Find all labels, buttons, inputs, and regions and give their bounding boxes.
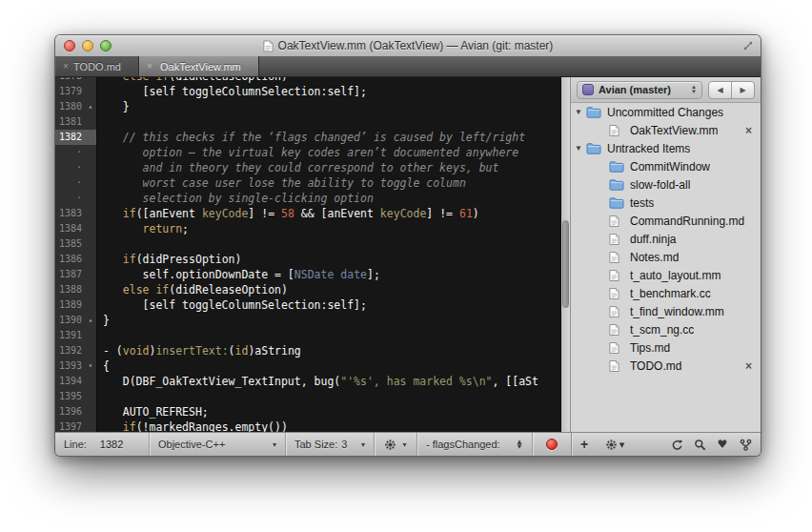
- back-button[interactable]: ◀: [708, 81, 732, 99]
- line-number[interactable]: 1388: [55, 282, 85, 297]
- code-text[interactable]: selection by single-clicking option: [97, 191, 560, 206]
- fold-marker-icon[interactable]: ▴: [85, 313, 97, 328]
- sidebar-item-Tips.md[interactable]: Tips.md: [571, 338, 761, 357]
- line-number[interactable]: ·: [55, 145, 85, 160]
- line-number[interactable]: 1380: [55, 99, 85, 114]
- tab-close-icon[interactable]: ×: [147, 61, 158, 72]
- code-text[interactable]: and in theory they could correspond to o…: [97, 160, 560, 175]
- tab-label: OakTextView.mm: [158, 61, 251, 72]
- forward-button[interactable]: ▶: [731, 81, 755, 99]
- code-text[interactable]: [self toggleColumnSelection:self];: [97, 84, 560, 99]
- close-file-icon[interactable]: ×: [745, 124, 752, 137]
- sidebar-item-Notes.md[interactable]: Notes.md: [571, 248, 761, 266]
- favorites-heart-icon[interactable]: ♥: [711, 433, 734, 456]
- code-text[interactable]: [self toggleColumnSelection:self];: [97, 297, 560, 313]
- zoom-button[interactable]: [100, 40, 112, 51]
- sidebar-item-t_auto_layout.mm[interactable]: t_auto_layout.mm: [571, 266, 761, 284]
- code-text[interactable]: [97, 114, 560, 130]
- line-number[interactable]: 1379: [55, 84, 85, 99]
- line-number[interactable]: 1392: [55, 343, 85, 358]
- add-item-button[interactable]: +: [572, 433, 597, 456]
- code-editor[interactable]: 1378 else if(didReleaseOption)1379 [self…: [55, 77, 560, 432]
- line-number[interactable]: 1391: [55, 328, 85, 343]
- sidebar-item-CommandRunning.md[interactable]: CommandRunning.md: [571, 212, 761, 230]
- code-text[interactable]: }: [97, 99, 560, 114]
- line-number[interactable]: 1393: [55, 358, 85, 374]
- code-text[interactable]: [97, 389, 560, 404]
- minimize-button[interactable]: [82, 40, 93, 51]
- sidebar-item-TODO.md[interactable]: TODO.md×: [571, 357, 761, 375]
- code-text[interactable]: self.optionDownDate = [NSDate date];: [97, 267, 560, 282]
- search-icon[interactable]: [688, 433, 711, 456]
- fold-marker-icon[interactable]: ▾: [85, 358, 97, 374]
- bundle-actions-popup[interactable]: ▾: [375, 433, 416, 456]
- tab-OakTextView.mm[interactable]: ×OakTextView.mm: [139, 56, 259, 76]
- code-text[interactable]: if(didPressOption): [97, 252, 560, 267]
- fold-column: [85, 419, 97, 432]
- scrollbar-thumb[interactable]: [562, 220, 569, 308]
- code-text[interactable]: else if(didReleaseOption): [97, 282, 560, 297]
- symbol-popup[interactable]: - flagsChanged: ▲▼: [417, 433, 532, 456]
- close-file-icon[interactable]: ×: [745, 359, 752, 373]
- language-popup[interactable]: Objective-C++ ▾: [150, 433, 285, 456]
- sidebar-group-Untracked Items[interactable]: ▼Untracked Items: [571, 139, 761, 157]
- line-number[interactable]: ·: [55, 175, 85, 191]
- sidebar-item-CommitWindow[interactable]: CommitWindow: [571, 157, 761, 175]
- close-button[interactable]: [64, 40, 75, 51]
- disclosure-triangle-icon[interactable]: ▼: [571, 144, 586, 153]
- line-number[interactable]: 1390: [55, 313, 85, 328]
- code-text[interactable]: [97, 328, 560, 343]
- project-popup[interactable]: Avian (master) ▲▼: [577, 81, 702, 99]
- sidebar-group-Uncommitted Changes[interactable]: ▼Uncommitted Changes: [571, 103, 761, 121]
- code-text[interactable]: if([anEvent keyCode] != 58 && [anEvent k…: [97, 206, 560, 221]
- line-number[interactable]: 1389: [55, 297, 85, 313]
- code-text[interactable]: [97, 236, 560, 252]
- sidebar-item-OakTextView.mm[interactable]: OakTextView.mm×: [571, 121, 761, 139]
- line-number[interactable]: 1387: [55, 267, 85, 282]
- sidebar-item-duff.ninja[interactable]: duff.ninja: [571, 230, 761, 248]
- code-text[interactable]: D(DBF_OakTextView_TextInput, bug("'%s', …: [97, 374, 560, 389]
- titlebar[interactable]: OakTextView.mm (OakTextView) — Avian (gi…: [55, 35, 761, 56]
- sidebar-item-tests[interactable]: tests: [571, 194, 761, 212]
- code-text[interactable]: AUTO_REFRESH;: [97, 404, 560, 419]
- sidebar-actions-popup[interactable]: ▾: [598, 433, 632, 456]
- code-text[interactable]: return;: [97, 221, 560, 236]
- sidebar-item-slow-fold-all[interactable]: slow-fold-all: [571, 175, 761, 194]
- line-number[interactable]: 1384: [55, 221, 85, 236]
- line-number[interactable]: 1394: [55, 374, 85, 389]
- code-text[interactable]: else if(didReleaseOption): [97, 77, 560, 84]
- line-number[interactable]: ·: [55, 191, 85, 206]
- fullscreen-icon[interactable]: [742, 40, 754, 51]
- code-text[interactable]: {: [97, 358, 560, 374]
- sidebar-item-t_find_window.mm[interactable]: t_find_window.mm: [571, 302, 761, 320]
- line-number[interactable]: 1383: [55, 206, 85, 221]
- line-number[interactable]: 1378: [55, 77, 85, 84]
- line-number[interactable]: 1385: [55, 236, 85, 252]
- tab-close-icon[interactable]: ×: [63, 61, 71, 72]
- line-number[interactable]: 1382: [55, 130, 85, 145]
- fold-marker-icon[interactable]: ▴: [85, 99, 97, 114]
- macro-record-button[interactable]: [533, 433, 571, 456]
- line-number[interactable]: 1396: [55, 404, 85, 419]
- code-text[interactable]: option — the virtual key codes aren’t do…: [97, 145, 560, 160]
- code-text[interactable]: if(!markedRanges.empty()): [97, 419, 560, 432]
- line-number[interactable]: ·: [55, 160, 85, 175]
- editor-scrollbar[interactable]: [560, 77, 571, 432]
- line-number[interactable]: 1386: [55, 252, 85, 267]
- line-number[interactable]: 1397: [55, 419, 85, 432]
- line-value: 1382: [100, 439, 123, 450]
- refresh-button[interactable]: [665, 433, 688, 456]
- git-branch-icon[interactable]: [734, 433, 757, 456]
- line-number[interactable]: 1381: [55, 114, 85, 130]
- tab-size-popup[interactable]: Tab Size: 3 ▾: [286, 433, 374, 456]
- sidebar-item-t_scm_ng.cc[interactable]: t_scm_ng.cc: [571, 320, 761, 338]
- document-proxy-icon[interactable]: [263, 40, 274, 52]
- tab-TODO.md[interactable]: ×TODO.md: [55, 56, 139, 76]
- sidebar-item-t_benchmark.cc[interactable]: t_benchmark.cc: [571, 284, 761, 302]
- code-text[interactable]: }: [97, 313, 560, 328]
- code-text[interactable]: - (void)insertText:(id)aString: [97, 343, 560, 358]
- code-text[interactable]: worst case user lose the ability to togg…: [97, 175, 560, 191]
- disclosure-triangle-icon[interactable]: ▼: [571, 108, 586, 116]
- line-number[interactable]: 1395: [55, 389, 85, 404]
- code-text[interactable]: // this checks if the ‘flags changed’ is…: [97, 130, 560, 145]
